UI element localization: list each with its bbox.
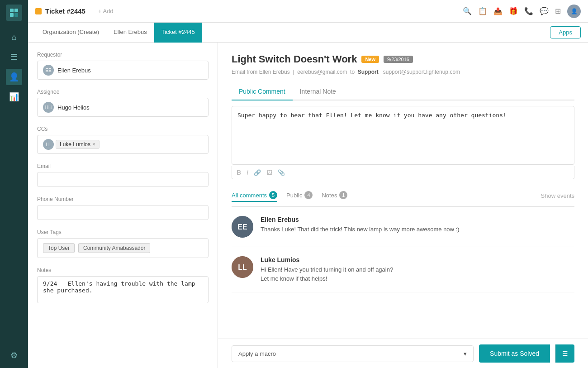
phone-icon[interactable]: 📞 bbox=[524, 7, 533, 15]
apply-macro-select[interactable]: Apply a macro ▾ bbox=[232, 345, 474, 362]
italic-icon[interactable]: I bbox=[247, 169, 248, 176]
svg-text:EE: EE bbox=[237, 223, 247, 231]
filter-public[interactable]: Public 4 bbox=[286, 189, 313, 202]
phone-text[interactable]: +1 555 555 5544 bbox=[43, 209, 203, 216]
apps-button[interactable]: Apps bbox=[550, 26, 581, 38]
attachment-icon[interactable]: 📎 bbox=[278, 169, 285, 176]
all-comments-badge: 5 bbox=[269, 191, 277, 199]
comment-text-ellen: Thanks Luke! That did the trick! This ne… bbox=[261, 225, 460, 234]
sidebar-reports-icon[interactable]: 📊 bbox=[6, 89, 22, 105]
user-tags-field: User Tags Top User Community Amabassador bbox=[37, 229, 209, 258]
ticket-header: Light Switch Doesn't Work New 9/23/2016 … bbox=[218, 43, 588, 83]
requestor-avatar: EE bbox=[43, 65, 54, 76]
user-tags-input[interactable]: Top User Community Amabassador bbox=[37, 238, 209, 258]
email-label: Email bbox=[37, 163, 209, 169]
submit-dropdown-button[interactable]: ☰ bbox=[555, 344, 574, 363]
phone-input[interactable]: +1 555 555 5544 bbox=[37, 205, 209, 220]
svg-rect-0 bbox=[10, 9, 14, 12]
requestor-input[interactable]: EE Ellen Erebus bbox=[37, 61, 209, 80]
chat-icon[interactable]: 💬 bbox=[540, 7, 549, 15]
content-area: Requestor EE Ellen Erebus Assignee HH Hu… bbox=[28, 43, 588, 368]
right-panel: Light Switch Doesn't Work New 9/23/2016 … bbox=[218, 43, 588, 368]
assignee-label: Assignee bbox=[37, 89, 209, 95]
tab-internal-note[interactable]: Internal Note bbox=[293, 83, 343, 100]
bottom-bar: Apply a macro ▾ Submit as Solved ☰ bbox=[218, 339, 588, 368]
bold-icon[interactable]: B bbox=[237, 169, 241, 176]
clip-icon[interactable]: 📋 bbox=[478, 7, 487, 15]
comment-author-ellen: Ellen Erebus bbox=[261, 216, 460, 223]
sidebar-settings-icon[interactable]: ⚙ bbox=[6, 347, 22, 363]
tag-community-ambassador: Community Amabassador bbox=[78, 243, 150, 253]
topbar-ticket-label: Ticket #2445 bbox=[45, 7, 85, 15]
sidebar-logo bbox=[6, 5, 22, 21]
public-badge: 4 bbox=[304, 191, 313, 199]
sidebar: ⌂ ☰ 👤 📊 ⚙ bbox=[0, 0, 28, 368]
search-icon[interactable]: 🔍 bbox=[463, 7, 472, 15]
tab-ticket-2445[interactable]: Ticket #2445 bbox=[154, 23, 202, 43]
email-input[interactable]: eerebus@gmail.com bbox=[37, 172, 209, 187]
ccs-label: CCs bbox=[37, 126, 209, 132]
submit-chevron-icon: ☰ bbox=[562, 350, 568, 357]
comment-body-ellen: Ellen Erebus Thanks Luke! That did the t… bbox=[261, 216, 460, 238]
link-icon[interactable]: 🔗 bbox=[254, 169, 261, 176]
tabs-row: Organization (Create) Ellen Erebus Ticke… bbox=[28, 23, 588, 43]
svg-rect-1 bbox=[14, 9, 18, 12]
svg-rect-2 bbox=[10, 13, 14, 17]
gift-icon[interactable]: 🎁 bbox=[509, 7, 518, 15]
ellen-avatar: EE bbox=[232, 216, 253, 238]
grid-icon[interactable]: ⊞ bbox=[555, 7, 561, 15]
svg-rect-3 bbox=[14, 13, 18, 17]
comments-section: All comments 5 Public 4 Notes 1 Show eve… bbox=[218, 185, 588, 339]
tab-organization-create[interactable]: Organization (Create) bbox=[35, 23, 106, 43]
requestor-label: Requestor bbox=[37, 52, 209, 58]
tab-ellen-erebus[interactable]: Ellen Erebus bbox=[106, 23, 154, 43]
email-text[interactable]: eerebus@gmail.com bbox=[43, 176, 203, 183]
notes-textarea[interactable]: 9/24 - Ellen's having trouble with the l… bbox=[37, 276, 209, 303]
badge-new: New bbox=[361, 56, 379, 63]
ccs-field: CCs LL Luke Lumios × bbox=[37, 126, 209, 154]
image-icon[interactable]: 🖼 bbox=[266, 169, 272, 176]
submit-as-solved-button[interactable]: Submit as Solved bbox=[479, 344, 550, 363]
comment-text-luke-2: Let me know if that helps! bbox=[261, 274, 393, 283]
comment-body-luke: Luke Lumios Hi Ellen! Have you tried tur… bbox=[261, 256, 393, 283]
ccs-input[interactable]: LL Luke Lumios × bbox=[37, 135, 209, 154]
svg-text:LL: LL bbox=[238, 263, 247, 271]
show-events-button[interactable]: Show events bbox=[541, 192, 574, 199]
filter-tabs: All comments 5 Public 4 Notes 1 Show eve… bbox=[232, 185, 574, 207]
phone-field: Phone Number +1 555 555 5544 bbox=[37, 196, 209, 220]
topbar-icons: 🔍 📋 📤 🎁 📞 💬 ⊞ 👤 bbox=[463, 5, 581, 18]
upload-icon[interactable]: 📤 bbox=[493, 7, 503, 15]
sidebar-home-icon[interactable]: ⌂ bbox=[6, 29, 22, 45]
reply-textarea[interactable]: Super happy to hear that Ellen! Let me k… bbox=[232, 106, 574, 165]
badge-date: 9/23/2016 bbox=[384, 56, 413, 63]
cc-avatar: LL bbox=[43, 139, 54, 150]
left-panel: Requestor EE Ellen Erebus Assignee HH Hu… bbox=[28, 43, 218, 368]
reply-toolbar: B I 🔗 🖼 📎 bbox=[232, 166, 574, 179]
luke-avatar: LL bbox=[232, 256, 253, 278]
macro-chevron-icon: ▾ bbox=[464, 350, 467, 357]
cc-remove-icon[interactable]: × bbox=[92, 141, 95, 148]
filter-all-comments[interactable]: All comments 5 bbox=[232, 189, 277, 202]
comment-tabs: Public Comment Internal Note bbox=[232, 83, 574, 100]
tag-top-user: Top User bbox=[43, 243, 75, 253]
user-tags-label: User Tags bbox=[37, 229, 209, 235]
cc-tag-luke: Luke Lumios × bbox=[56, 140, 100, 149]
comment-luke: LL Luke Lumios Hi Ellen! Have you tried … bbox=[232, 247, 574, 292]
notes-label: Notes bbox=[37, 267, 209, 273]
user-avatar[interactable]: 👤 bbox=[567, 5, 581, 18]
notes-badge: 1 bbox=[339, 191, 347, 199]
ticket-meta: Email from Ellen Erebus | eerebus@gmail.… bbox=[232, 69, 574, 75]
notes-field: Notes 9/24 - Ellen's having trouble with… bbox=[37, 267, 209, 305]
email-field: Email eerebus@gmail.com bbox=[37, 163, 209, 187]
topbar: Ticket #2445 + Add 🔍 📋 📤 🎁 📞 💬 ⊞ 👤 bbox=[28, 0, 588, 23]
reply-area: Super happy to hear that Ellen! Let me k… bbox=[232, 106, 574, 179]
filter-notes[interactable]: Notes 1 bbox=[322, 189, 347, 202]
status-indicator bbox=[35, 8, 42, 14]
phone-label: Phone Number bbox=[37, 196, 209, 202]
tab-public-comment[interactable]: Public Comment bbox=[232, 83, 293, 100]
assignee-input[interactable]: HH Hugo Helios bbox=[37, 98, 209, 117]
ticket-title: Light Switch Doesn't Work bbox=[232, 53, 357, 65]
add-button[interactable]: + Add bbox=[98, 8, 114, 14]
sidebar-users-icon[interactable]: 👤 bbox=[6, 69, 22, 85]
sidebar-tickets-icon[interactable]: ☰ bbox=[6, 49, 22, 65]
